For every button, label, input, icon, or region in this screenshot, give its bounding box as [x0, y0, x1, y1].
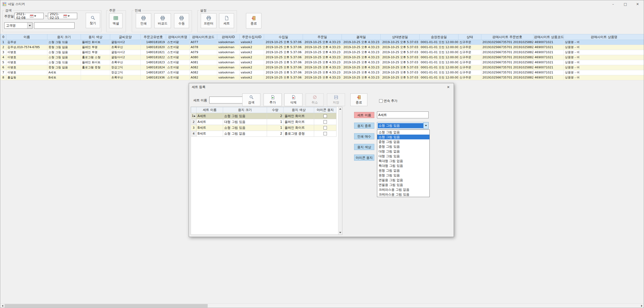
- cell[interactable]: 이병호: [6, 60, 47, 65]
- cell[interactable]: 홀로그램 중형: [284, 131, 314, 137]
- cell[interactable]: 초록우산: [110, 75, 141, 80]
- cell[interactable]: 2019-10-25 오후 4:33:23: [303, 70, 342, 75]
- cell[interactable]: 2019102566735701 2019102588295881: [481, 40, 534, 45]
- cell[interactable]: [314, 131, 337, 137]
- order-date-from-picker[interactable]: 2021-02-08: [14, 13, 44, 19]
- cell[interactable]: 스토어팜: [166, 50, 190, 55]
- dropdown-item[interactable]: 연필용 그림 없음: [377, 178, 429, 182]
- manual-print-button[interactable]: 수동: [174, 13, 189, 28]
- dropdown-item[interactable]: 소형 그림 없음: [377, 130, 429, 135]
- cell[interactable]: 0001-01-01 오전 12:00:00: [420, 75, 458, 80]
- cell[interactable]: 4690071021: [534, 45, 564, 50]
- column-header[interactable]: 결제일: [342, 34, 381, 40]
- icon-paper-checkbox[interactable]: [323, 114, 327, 118]
- dropdown-item[interactable]: 원형 그림 있음: [377, 173, 429, 178]
- cell[interactable]: 플레인 화이트: [284, 113, 314, 119]
- cell[interactable]: 상품명 - 어: [564, 40, 644, 45]
- dropdown-item[interactable]: 크레파스용 그림 있음: [377, 192, 429, 197]
- cell[interactable]: 홀로그램 소형: [81, 55, 110, 60]
- dropdown-item[interactable]: 크레파스용 그림 없음: [377, 187, 429, 192]
- table-row[interactable]: 1김주성소형 그림 있음플레인 화이트굴림아이21480181819스토어팜A0…: [1, 40, 644, 45]
- cell[interactable]: 1480181820: [141, 45, 166, 50]
- print-button[interactable]: 인쇄: [136, 13, 151, 28]
- customer-name-input[interactable]: [34, 22, 75, 29]
- close-button[interactable]: ✕: [631, 0, 644, 8]
- cell[interactable]: 2019102566735701 2019102588295881: [481, 55, 534, 60]
- cell[interactable]: 2019-10-25 오후 5:37:06: [264, 70, 303, 75]
- column-header[interactable]: 용지 크기: [223, 107, 267, 113]
- dropdown-item[interactable]: 중형 그림 있음: [377, 144, 429, 149]
- continuous-add-checkbox[interactable]: 연속 추가: [379, 99, 397, 103]
- cell[interactable]: valookman: [217, 40, 240, 45]
- cell[interactable]: 2019-10-25 오후 5:37:03: [381, 65, 420, 70]
- calendar-icon[interactable]: [63, 13, 77, 19]
- row-header-cell[interactable]: 8: [1, 75, 6, 80]
- cell[interactable]: 2: [267, 113, 284, 119]
- cell[interactable]: 플레인 화이트: [284, 125, 314, 131]
- cell[interactable]: 2019-10-25 오후 4:33:23: [303, 55, 342, 60]
- cell[interactable]: 2019-10-25 오후 4:33:23: [342, 60, 381, 65]
- dialog-save-button[interactable]: 저장: [327, 93, 345, 106]
- dialog-exit-button[interactable]: 종료: [350, 93, 367, 106]
- vertical-scrollbar[interactable]: [338, 107, 342, 235]
- cell[interactable]: [81, 75, 110, 80]
- cell[interactable]: A077: [190, 40, 217, 45]
- cell[interactable]: 0001-01-01 오전 12:00:00: [420, 45, 458, 50]
- cell[interactable]: valookman: [217, 75, 240, 80]
- cell[interactable]: valookman: [217, 70, 240, 75]
- cell[interactable]: 2019-10-25 오후 4:33:23: [303, 40, 342, 45]
- row-header-cell[interactable]: 5: [1, 60, 6, 65]
- column-header[interactable]: 상태: [458, 34, 481, 40]
- cell[interactable]: 대형 그림 있음: [223, 119, 267, 125]
- column-header[interactable]: 용지 색상: [284, 107, 314, 113]
- cell[interactable]: 2019-10-25 오후 5:37:03: [381, 45, 420, 50]
- horizontal-scrollbar[interactable]: [0, 303, 644, 308]
- scroll-right-arrow[interactable]: [639, 304, 644, 308]
- cell[interactable]: 2019-10-25 오후 5:37:03: [381, 75, 420, 80]
- column-header[interactable]: 주문일: [303, 34, 342, 40]
- row-header-cell[interactable]: 7: [1, 70, 6, 75]
- cell[interactable]: 4690071021: [534, 55, 564, 60]
- calendar-icon[interactable]: [29, 13, 43, 19]
- cell[interactable]: valook2: [240, 55, 264, 60]
- row-header-cell[interactable]: 3: [1, 50, 6, 55]
- column-header[interactable]: 세트 이름: [196, 107, 223, 113]
- cell[interactable]: [81, 70, 110, 75]
- dropdown-item[interactable]: 연필용 그림 있음: [377, 182, 429, 187]
- scroll-left-arrow[interactable]: [0, 304, 5, 308]
- table-row[interactable]: 3B세트소형 그림 있음1플레인 화이트: [191, 125, 337, 131]
- form-set-name-input[interactable]: [377, 111, 429, 118]
- cell[interactable]: 홀로그램 중형: [81, 65, 110, 70]
- cell[interactable]: 2019-10-25 오후 5:37:06: [264, 45, 303, 50]
- cell[interactable]: 소형 그림 있음: [223, 125, 267, 131]
- column-header[interactable]: 판매사이트 주문번호: [481, 34, 534, 40]
- cell[interactable]: 2019102566735701 2019102588295881: [481, 70, 534, 75]
- cell[interactable]: valook2: [240, 40, 264, 45]
- cell[interactable]: 중형 그림 없음: [47, 65, 81, 70]
- row-header-cell[interactable]: 6: [1, 65, 6, 70]
- column-header[interactable]: 글씨모양: [110, 34, 141, 40]
- cell[interactable]: 플레인 화이트: [284, 119, 314, 125]
- column-header[interactable]: 주문고유번호: [141, 34, 166, 40]
- cell[interactable]: 2019-10-25 오후 5:37:03: [381, 70, 420, 75]
- cell[interactable]: 스토어팜: [166, 75, 190, 80]
- table-row[interactable]: 8홍길동B세트초록우산1480181936스토어팜A082valookmanva…: [1, 75, 644, 80]
- cell[interactable]: 2019-10-25 오후 4:33:23: [342, 75, 381, 80]
- row-header-cell[interactable]: 1▶: [191, 113, 196, 119]
- cell[interactable]: A082: [190, 65, 217, 70]
- cell[interactable]: 2019-10-25 오후 5:37:06: [264, 40, 303, 45]
- cell[interactable]: 1480181822: [141, 55, 166, 60]
- icon-paper-checkbox[interactable]: [323, 120, 327, 124]
- column-header[interactable]: 용지 색상: [81, 34, 110, 40]
- cell[interactable]: 중형 그림 없음: [47, 45, 81, 50]
- table-row[interactable]: 4B세트소형 그림 없음2홀로그램 중형: [191, 131, 337, 137]
- cell[interactable]: 4690071021: [534, 40, 564, 45]
- cell[interactable]: 스토어팜: [166, 45, 190, 50]
- cell[interactable]: 2019-10-25 오후 5:37:06: [264, 55, 303, 60]
- cell[interactable]: 4690071021: [534, 75, 564, 80]
- dialog-search-button[interactable]: 검색: [242, 93, 260, 106]
- cell[interactable]: 소형 그림 있음: [223, 113, 267, 119]
- table-row[interactable]: 7이병호A세트정감고딕1480181837스토어팜A082valookmanva…: [1, 70, 644, 75]
- dropdown-item[interactable]: 특대형 그림 있음: [377, 163, 429, 168]
- cell[interactable]: 2019-10-25 오후 5:37:06: [264, 60, 303, 65]
